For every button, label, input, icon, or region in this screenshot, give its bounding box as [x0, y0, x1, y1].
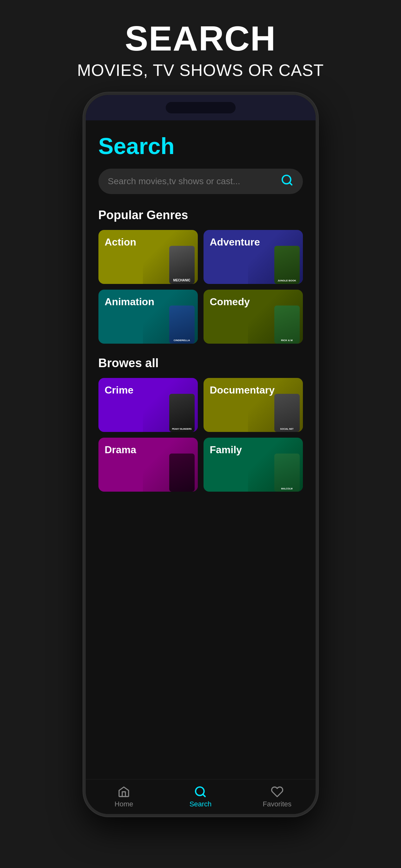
popular-genres-title: Popular Genres: [98, 208, 303, 222]
genre-img-drama: [143, 438, 197, 492]
heart-icon: [271, 785, 283, 798]
nav-item-favorites[interactable]: Favorites: [239, 785, 315, 808]
phone-camera: [166, 102, 236, 113]
nav-item-home[interactable]: Home: [86, 785, 162, 808]
nav-label-home: Home: [115, 800, 133, 808]
genre-label-documentary: Documentary: [210, 384, 275, 396]
genre-card-animation[interactable]: Animation Cinderella: [98, 290, 198, 344]
genre-label-adventure: Adventure: [210, 236, 260, 248]
nav-item-search[interactable]: Search: [162, 785, 239, 808]
genre-card-documentary[interactable]: Documentary Social Net: [204, 378, 303, 432]
poster-peaky: PEAKY BLINDERS: [169, 394, 195, 432]
poster-jungle: Jungle Book: [274, 246, 300, 284]
genre-label-comedy: Comedy: [210, 296, 250, 308]
poster-rick: Rick & M: [274, 306, 300, 344]
main-title: SEARCH: [13, 19, 388, 58]
phone-frame: Search Popular Genres Action MECHANIC: [83, 92, 318, 816]
bottom-nav: Home Search Favorites: [86, 779, 316, 814]
genre-label-animation: Animation: [105, 296, 154, 308]
search-heading: Search: [98, 133, 303, 159]
svg-line-3: [203, 794, 205, 796]
genre-img-family: Malcolm: [248, 438, 303, 492]
genre-label-drama: Drama: [105, 444, 136, 456]
browse-all-grid: Crime PEAKY BLINDERS Documentary Social …: [98, 378, 303, 492]
svg-line-1: [289, 183, 291, 185]
nav-label-search: Search: [189, 800, 212, 808]
phone-button-volume-down: [83, 241, 85, 273]
genre-card-family[interactable]: Family Malcolm: [204, 438, 303, 492]
poster-social: Social Net: [274, 394, 300, 432]
nav-label-favorites: Favorites: [263, 800, 291, 808]
top-header: SEARCH MOVIES, TV SHOWS OR CAST: [0, 0, 401, 92]
genre-img-comedy: Rick & M: [248, 290, 303, 344]
genre-label-crime: Crime: [105, 384, 134, 396]
genre-img-crime: PEAKY BLINDERS: [143, 378, 197, 432]
genre-card-comedy[interactable]: Comedy Rick & M: [204, 290, 303, 344]
phone-top-bar: [86, 95, 316, 120]
genre-card-adventure[interactable]: Adventure Jungle Book: [204, 230, 303, 284]
poster-cinderella: Cinderella: [169, 306, 195, 344]
genre-label-family: Family: [210, 444, 242, 456]
genre-card-drama[interactable]: Drama: [98, 438, 198, 492]
phone-button-volume-up: [83, 206, 85, 238]
main-subtitle: MOVIES, TV SHOWS OR CAST: [13, 61, 388, 80]
poster-malcolm: Malcolm: [274, 454, 300, 492]
popular-genres-grid: Action MECHANIC Adventure Jungle Book: [98, 230, 303, 344]
search-nav-icon: [194, 785, 207, 798]
phone-button-volume-silent: [83, 178, 85, 200]
search-input[interactable]: [108, 176, 276, 186]
genre-card-action[interactable]: Action MECHANIC: [98, 230, 198, 284]
poster-drama-person: [169, 454, 195, 492]
home-icon: [118, 785, 130, 798]
browse-all-title: Browes all: [98, 356, 303, 370]
genre-label-action: Action: [105, 236, 136, 248]
genre-img-action: MECHANIC: [143, 230, 197, 284]
phone-button-power: [317, 216, 318, 260]
search-bar[interactable]: [98, 168, 303, 194]
poster-mechanic: MECHANIC: [169, 246, 195, 284]
genre-card-crime[interactable]: Crime PEAKY BLINDERS: [98, 378, 198, 432]
phone-content: Search Popular Genres Action MECHANIC: [86, 120, 316, 779]
search-submit-button[interactable]: [281, 174, 294, 189]
